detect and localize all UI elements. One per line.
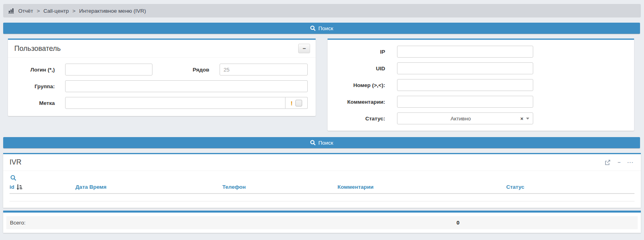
search-button-top[interactable]: Поиск bbox=[3, 23, 640, 34]
tag-exclude-checkbox[interactable] bbox=[295, 100, 302, 106]
table-header-row: id Дата Время Телефон Комментарии Статус bbox=[10, 182, 634, 194]
more-options-icon[interactable]: ··· bbox=[627, 160, 634, 165]
ivr-panel-title: IVR bbox=[10, 158, 21, 166]
breadcrumb-separator: > bbox=[72, 8, 75, 14]
sort-amount-icon bbox=[16, 184, 22, 190]
caret-down-icon bbox=[526, 118, 529, 120]
user-panel: Пользователь − Логин (*,) Рядов Группа: … bbox=[8, 39, 316, 116]
ip-input[interactable] bbox=[397, 46, 533, 58]
status-select[interactable]: Активно × bbox=[397, 112, 533, 124]
comments-input[interactable] bbox=[397, 96, 533, 108]
filter-panels-row: Пользователь − Логин (*,) Рядов Группа: … bbox=[8, 39, 634, 131]
rows-label: Рядов bbox=[163, 67, 209, 73]
form-row-group: Группа: bbox=[15, 80, 308, 92]
login-input[interactable] bbox=[65, 64, 152, 75]
form-row-comments: Комментарии: bbox=[328, 96, 634, 108]
number-input[interactable] bbox=[397, 79, 533, 91]
tag-addon: ! bbox=[285, 97, 308, 109]
collapse-button[interactable]: − bbox=[298, 44, 310, 53]
collapse-icon[interactable]: − bbox=[617, 160, 621, 165]
status-label: Статус: bbox=[328, 116, 385, 122]
login-label: Логин (*,) bbox=[15, 67, 55, 73]
totals-value: 0 bbox=[457, 220, 460, 226]
search-button-label: Поиск bbox=[318, 140, 333, 146]
uid-label: UID bbox=[328, 66, 385, 72]
breadcrumb-separator: > bbox=[37, 8, 40, 14]
user-panel-body: Логин (*,) Рядов Группа: Метка ! bbox=[8, 58, 316, 116]
search-icon bbox=[310, 140, 316, 145]
column-header-id[interactable]: id bbox=[10, 184, 75, 190]
totals-panel: Всего: 0 bbox=[3, 211, 641, 233]
filter-panel-body: IP UID Номер (>,<): Комментарии: Статус:… bbox=[328, 40, 634, 131]
filter-panel: IP UID Номер (>,<): Комментарии: Статус:… bbox=[328, 39, 634, 131]
group-label: Группа: bbox=[15, 83, 55, 89]
search-button-bottom[interactable]: Поиск bbox=[3, 137, 640, 148]
column-header-comments[interactable]: Комментарии bbox=[337, 184, 506, 190]
search-button-label: Поиск bbox=[318, 25, 333, 31]
number-label: Номер (>,<): bbox=[328, 82, 385, 88]
table-search-icon[interactable] bbox=[10, 175, 16, 181]
user-panel-title: Пользователь bbox=[14, 45, 61, 53]
ivr-panel: IVR − ··· id bbox=[3, 153, 641, 208]
user-panel-header: Пользователь − bbox=[8, 40, 316, 58]
form-row-uid: UID bbox=[328, 62, 634, 74]
group-input[interactable] bbox=[65, 80, 308, 92]
tag-label: Метка bbox=[15, 100, 55, 106]
column-header-phone[interactable]: Телефон bbox=[222, 184, 337, 190]
totals-label: Всего: bbox=[10, 220, 25, 226]
ivr-panel-body: id Дата Время Телефон Комментарии Статус bbox=[3, 171, 641, 208]
breadcrumb-item-callcenter[interactable]: Call-центр bbox=[43, 8, 69, 14]
tag-input-group: ! bbox=[65, 97, 308, 109]
form-row-login-rows: Логин (*,) Рядов bbox=[15, 64, 308, 75]
form-row-tag: Метка ! bbox=[15, 97, 308, 109]
ivr-panel-header: IVR − ··· bbox=[3, 154, 641, 171]
table-footer-pad bbox=[10, 201, 634, 205]
tag-input[interactable] bbox=[65, 97, 285, 109]
bar-chart-icon bbox=[8, 8, 15, 14]
rows-input[interactable] bbox=[220, 64, 308, 75]
exclamation-icon: ! bbox=[291, 100, 293, 106]
comments-label: Комментарии: bbox=[328, 99, 385, 105]
status-selected-value: Активно bbox=[401, 116, 520, 122]
form-row-number: Номер (>,<): bbox=[328, 79, 634, 91]
breadcrumb-item-ivr[interactable]: Интерактивное меню (IVR) bbox=[79, 8, 146, 14]
breadcrumb-item-report[interactable]: Отчёт bbox=[18, 8, 33, 14]
form-row-status: Статус: Активно × bbox=[328, 112, 634, 124]
column-header-datetime[interactable]: Дата Время bbox=[75, 184, 222, 190]
totals-row: Всего: 0 bbox=[6, 216, 638, 229]
export-icon[interactable] bbox=[605, 160, 611, 165]
search-icon bbox=[310, 25, 316, 31]
table-empty-body bbox=[10, 194, 634, 201]
ip-label: IP bbox=[328, 49, 385, 55]
uid-input[interactable] bbox=[397, 62, 533, 74]
ivr-panel-tools: − ··· bbox=[605, 160, 634, 165]
form-row-ip: IP bbox=[328, 46, 634, 58]
column-header-id-label: id bbox=[10, 184, 14, 190]
breadcrumb: Отчёт > Call-центр > Интерактивное меню … bbox=[3, 4, 641, 17]
clear-icon[interactable]: × bbox=[520, 116, 523, 121]
column-header-status[interactable]: Статус bbox=[506, 184, 634, 190]
